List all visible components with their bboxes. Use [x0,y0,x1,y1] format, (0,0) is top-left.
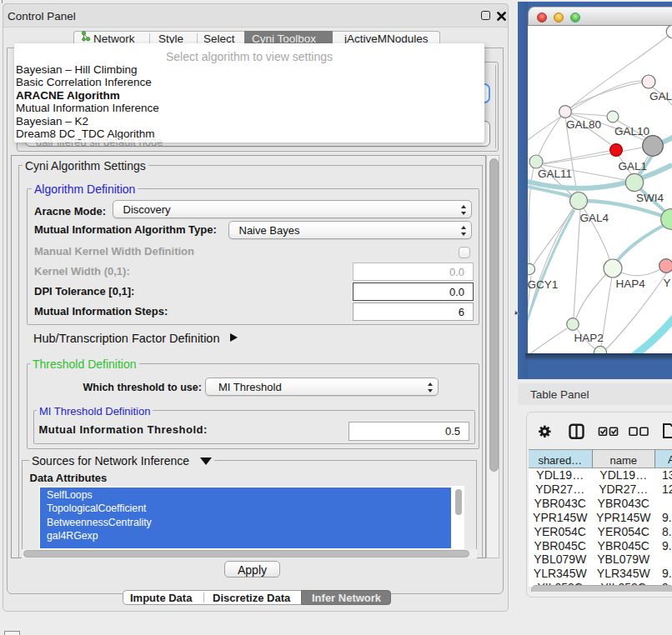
svg-text:SWI4: SWI4 [636,192,664,204]
svg-text:GAL80: GAL80 [566,118,601,131]
svg-text:GAL: GAL [649,90,672,102]
svg-text:HAP4: HAP4 [616,278,646,290]
svg-text:Y: Y [664,277,671,289]
svg-text:GCY1: GCY1 [528,278,558,291]
svg-text:GAL10: GAL10 [614,125,649,138]
svg-text:GAL1: GAL1 [619,160,648,172]
svg-text:GAL11: GAL11 [538,168,572,180]
svg-text:GAL4: GAL4 [580,212,609,224]
svg-text:HAP2: HAP2 [574,332,604,344]
